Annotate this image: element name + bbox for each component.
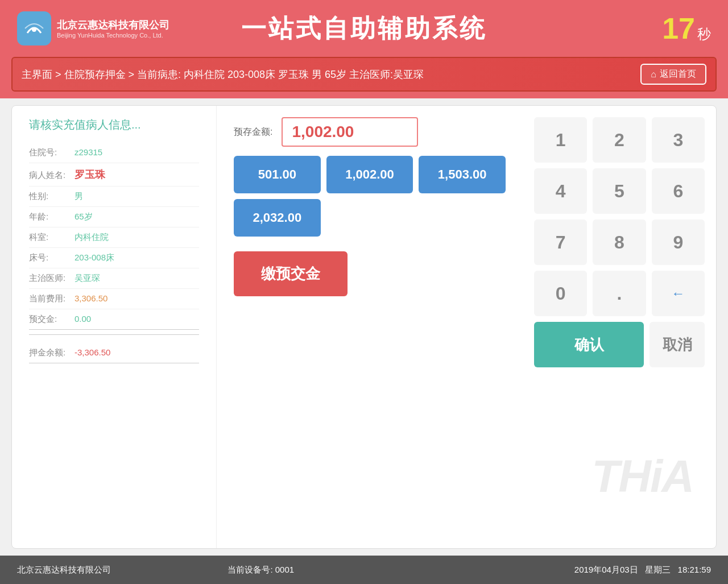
amount-input[interactable] (282, 117, 418, 147)
value-department: 内科住院 (75, 232, 109, 243)
verify-title: 请核实充值病人信息... (29, 117, 199, 132)
preset-button-1[interactable]: 1,002.00 (326, 156, 413, 193)
num-btn-1[interactable]: 1 (534, 117, 587, 163)
label-deposit-balance: 押金余额: (29, 347, 75, 358)
cancel-button[interactable]: 取消 (650, 322, 705, 367)
info-row-gender: 性别: 男 (29, 187, 199, 207)
label-hospital-id: 住院号: (29, 147, 75, 158)
num-btn-2[interactable]: 2 (593, 117, 646, 163)
value-current-fee: 3,306.50 (75, 293, 107, 303)
home-button-label: 返回首页 (660, 68, 696, 80)
value-deposit-balance: -3,306.50 (75, 347, 110, 357)
action-row: 确认 取消 (534, 322, 705, 367)
value-doctor: 吴亚琛 (75, 273, 100, 284)
num-btn-3[interactable]: 3 (652, 117, 705, 163)
logo-area: 北京云惠达科技有限公司 Beijing YunHuida Technology … (17, 11, 169, 45)
footer-company: 北京云惠达科技有限公司 (17, 565, 111, 575)
value-hospital-id: z29315 (75, 147, 102, 157)
num-btn-backspace[interactable]: ← (652, 271, 705, 316)
info-row-age: 年龄: 65岁 (29, 207, 199, 227)
num-btn-5[interactable]: 5 (593, 168, 646, 214)
label-department: 科室: (29, 232, 75, 243)
footer-date: 2019年04月03日 (574, 565, 638, 574)
submit-label: 缴预交金 (261, 265, 320, 282)
num-btn-dot[interactable]: . (593, 271, 646, 316)
numpad-panel: 1 2 3 4 5 6 7 8 9 0 . ← 确认 取消 (523, 106, 716, 548)
footer-datetime: 2019年04月03日 星期三 18:21:59 (411, 565, 712, 575)
deposit-balance-row: 押金余额: -3,306.50 (29, 343, 199, 363)
svg-point-1 (32, 27, 36, 32)
label-bed: 床号: (29, 252, 75, 263)
info-row-doctor: 主治医师: 吴亚琛 (29, 268, 199, 289)
info-row-patient-name: 病人姓名: 罗玉珠 (29, 163, 199, 187)
footer-time: 18:21:59 (678, 565, 711, 574)
num-btn-6[interactable]: 6 (652, 168, 705, 214)
amount-label: 预存金额: (234, 126, 272, 138)
logo-text: 北京云惠达科技有限公司 Beijing YunHuida Technology … (57, 18, 169, 39)
middle-panel: 预存金额: 501.00 1,002.00 1,503.00 2,032.00 … (217, 106, 523, 548)
timer-number: 17 (662, 11, 695, 45)
preset-button-3[interactable]: 2,032.00 (234, 199, 321, 237)
left-panel: 请核实充值病人信息... 住院号: z29315 病人姓名: 罗玉珠 性别: 男… (12, 106, 217, 548)
num-btn-4[interactable]: 4 (534, 168, 587, 214)
breadcrumb-inner: 主界面 > 住院预存押金 > 当前病患: 内科住院 203-008床 罗玉珠 男… (11, 57, 717, 92)
num-btn-9[interactable]: 9 (652, 219, 705, 265)
main-area: 请核实充值病人信息... 住院号: z29315 病人姓名: 罗玉珠 性别: 男… (11, 105, 717, 549)
value-age: 65岁 (75, 212, 93, 222)
value-bed: 203-008床 (75, 252, 114, 263)
countdown-timer: 17 秒 (662, 11, 711, 45)
patient-info-table: 住院号: z29315 病人姓名: 罗玉珠 性别: 男 年龄: 65岁 科室: … (29, 143, 199, 330)
numpad-grid: 1 2 3 4 5 6 7 8 9 0 . ← (534, 117, 705, 316)
info-row-current-fee: 当前费用: 3,306.50 (29, 289, 199, 309)
company-name-en: Beijing YunHuida Technology Co., Ltd. (57, 32, 169, 39)
logo-icon (17, 11, 51, 45)
label-current-fee: 当前费用: (29, 293, 75, 304)
breadcrumb-bar: 主界面 > 住院预存押金 > 当前病患: 内科住院 203-008床 罗玉珠 男… (0, 57, 728, 98)
info-row-department: 科室: 内科住院 (29, 227, 199, 248)
timer-unit: 秒 (697, 25, 711, 43)
footer: 北京云惠达科技有限公司 当前设备号: 0001 2019年04月03日 星期三 … (0, 556, 728, 584)
label-prepaid: 预交金: (29, 314, 75, 325)
main-title: 一站式自助辅助系统 (241, 12, 487, 45)
footer-weekday: 星期三 (645, 565, 671, 574)
value-prepaid: 0.00 (75, 314, 91, 324)
label-age: 年龄: (29, 212, 75, 222)
cancel-label: 取消 (663, 336, 692, 353)
preset-button-2[interactable]: 1,503.00 (419, 156, 506, 193)
header: 北京云惠达科技有限公司 Beijing YunHuida Technology … (0, 0, 728, 57)
label-patient-name: 病人姓名: (29, 170, 75, 181)
value-patient-name: 罗玉珠 (75, 168, 105, 181)
home-button[interactable]: ⌂ 返回首页 (640, 64, 706, 85)
value-gender: 男 (75, 191, 83, 202)
info-row-hospital-id: 住院号: z29315 (29, 143, 199, 163)
amount-row: 预存金额: (234, 117, 506, 147)
label-doctor: 主治医师: (29, 273, 75, 284)
num-btn-8[interactable]: 8 (593, 219, 646, 265)
footer-device: 当前设备号: 0001 (111, 565, 411, 575)
confirm-label: 确认 (574, 336, 604, 353)
info-row-prepaid: 预交金: 0.00 (29, 309, 199, 330)
info-row-bed: 床号: 203-008床 (29, 248, 199, 268)
confirm-button[interactable]: 确认 (534, 322, 644, 367)
company-name-cn: 北京云惠达科技有限公司 (57, 18, 169, 32)
home-icon: ⌂ (651, 69, 656, 80)
preset-button-0[interactable]: 501.00 (234, 156, 321, 193)
num-btn-7[interactable]: 7 (534, 219, 587, 265)
preset-grid: 501.00 1,002.00 1,503.00 2,032.00 (234, 156, 506, 237)
divider (29, 334, 199, 335)
submit-payment-button[interactable]: 缴预交金 (234, 251, 348, 296)
num-btn-0[interactable]: 0 (534, 271, 587, 316)
breadcrumb: 主界面 > 住院预存押金 > 当前病患: 内科住院 203-008床 罗玉珠 男… (22, 68, 424, 81)
label-gender: 性别: (29, 191, 75, 202)
